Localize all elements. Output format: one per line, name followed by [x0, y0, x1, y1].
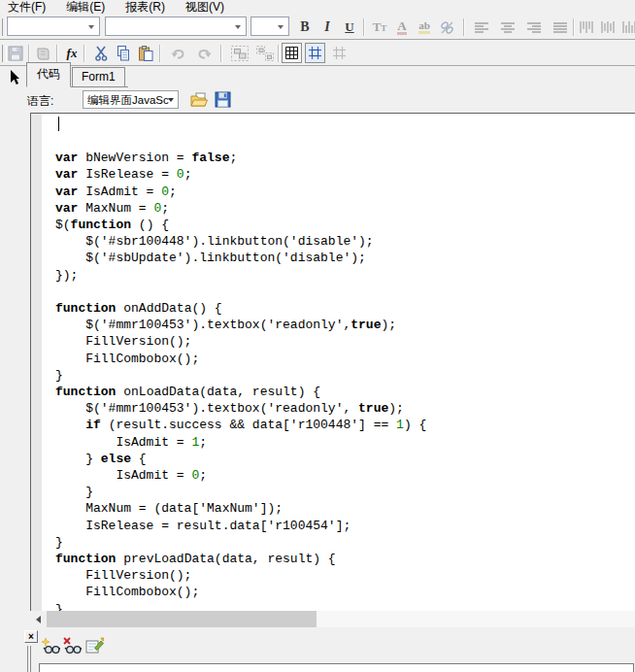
italic-button[interactable]: I: [317, 17, 338, 38]
font-style-combobox[interactable]: [105, 17, 247, 36]
paste-button[interactable]: [135, 43, 156, 64]
report-designer-window: 文件(F)编辑(E)报表(R)视图(V) B I U TT A ab: [0, 0, 635, 672]
save-file-button[interactable]: [212, 89, 233, 110]
pointer-tool-button[interactable]: [8, 69, 20, 88]
add-watch-icon: [42, 637, 60, 655]
chevron-down-icon: [88, 25, 94, 29]
distribute-middle-icon: [601, 20, 616, 34]
close-panel-button[interactable]: ×: [24, 630, 38, 643]
separator: [463, 18, 465, 36]
fx-icon: fx: [67, 46, 78, 61]
code-line: }: [55, 367, 426, 384]
grid-settings-button[interactable]: [329, 43, 350, 63]
cut-button[interactable]: [90, 43, 112, 64]
show-grid-button[interactable]: [282, 43, 302, 63]
text-caret: [58, 117, 59, 131]
code-line: var IsAdmit = 0;: [55, 184, 426, 200]
separator: [573, 18, 575, 36]
undo-button[interactable]: [167, 43, 188, 64]
clear-format-button[interactable]: [436, 17, 457, 38]
open-file-button[interactable]: [189, 89, 211, 110]
horizontal-scrollbar[interactable]: [30, 611, 635, 627]
group-button[interactable]: [229, 43, 251, 64]
scrollbar-thumb[interactable]: [47, 611, 317, 627]
menu-item-1[interactable]: 编辑(E): [66, 0, 105, 14]
add-watch-button[interactable]: [41, 636, 60, 655]
watch-list[interactable]: [39, 663, 634, 672]
unlink-icon: [440, 20, 454, 35]
distribute-top-button[interactable]: [577, 17, 596, 38]
align-right-button[interactable]: [523, 17, 545, 38]
distribute-middle-button[interactable]: [598, 17, 618, 38]
group-icon: [231, 46, 249, 61]
code-line: IsAdmit = 1;: [55, 434, 426, 451]
code-line: function onAddData() {: [55, 300, 426, 317]
function-button[interactable]: fx: [61, 43, 83, 64]
font-icon: TT: [373, 19, 387, 35]
separator: [220, 45, 222, 62]
bold-button[interactable]: B: [294, 17, 316, 38]
code-line: $('#mmr100453').textbox('readonly',true)…: [55, 317, 426, 333]
align-justify-icon: [552, 21, 568, 34]
delete-watch-button[interactable]: [62, 636, 82, 655]
menu-item-3[interactable]: 视图(V): [185, 0, 224, 14]
code-line: var IsRelease = 0;: [55, 166, 426, 183]
code-editor[interactable]: var bNewVersion = false;var IsRelease = …: [30, 113, 635, 611]
tab-0[interactable]: 代码: [26, 62, 71, 87]
grid-faded-icon: [333, 47, 346, 59]
edit-watch-button[interactable]: [84, 636, 104, 655]
font-color-icon: A: [397, 20, 406, 35]
font-dialog-button[interactable]: TT: [369, 17, 390, 38]
code-line: function prevLoadData(data, result) {: [55, 551, 426, 567]
highlight-button[interactable]: ab: [414, 17, 435, 38]
snap-to-grid-button[interactable]: [305, 43, 325, 63]
font-size-combobox[interactable]: [251, 17, 289, 36]
preview-button[interactable]: [33, 43, 54, 64]
book-icon: [36, 47, 51, 61]
align-right-icon: [526, 21, 542, 34]
tab-1[interactable]: Form1: [72, 67, 125, 86]
code-line: IsAdmit = 0;: [55, 467, 426, 484]
ungroup-button[interactable]: [254, 43, 276, 64]
separator: [363, 18, 365, 36]
redo-button[interactable]: [193, 43, 215, 64]
code-line: var MaxNum = 0;: [55, 200, 426, 217]
separator: [84, 45, 85, 62]
edit-watch-icon: [85, 637, 104, 654]
watch-panel: ×: [0, 627, 635, 672]
font-color-button[interactable]: A: [391, 17, 413, 38]
align-justify-button[interactable]: [550, 17, 571, 38]
font-family-combobox[interactable]: [7, 17, 100, 36]
save-icon: [8, 46, 23, 61]
code-line: } else {: [55, 451, 426, 467]
language-value: 编辑界面JavaSc: [87, 93, 169, 108]
save-button[interactable]: [5, 43, 26, 64]
align-left-icon: [474, 21, 489, 34]
code-line: $(function () {: [55, 217, 426, 233]
underline-icon: U: [345, 19, 353, 35]
code-line: }: [55, 534, 426, 551]
panel-splitter[interactable]: [27, 646, 31, 672]
code-line: $('#sbUpdate').linkbutton('disable');: [55, 250, 426, 266]
code-line: }: [55, 484, 426, 500]
menu-item-0[interactable]: 文件(F): [8, 0, 46, 14]
underline-button[interactable]: U: [339, 17, 360, 38]
distribute-bottom-button[interactable]: [619, 17, 635, 38]
editor-gutter: [31, 114, 42, 611]
code-line: FillVersion();: [55, 333, 426, 350]
align-center-button[interactable]: [497, 17, 518, 38]
scroll-left-button[interactable]: [30, 611, 47, 627]
scissors-icon: [94, 46, 109, 61]
open-folder-icon: [190, 92, 210, 108]
bold-icon: B: [300, 19, 309, 35]
menu-item-2[interactable]: 报表(R): [125, 0, 165, 14]
language-combobox[interactable]: 编辑界面JavaSc: [83, 90, 179, 109]
code-line: $('#sbr100448').linkbutton('disable');: [55, 233, 426, 250]
code-line: }: [55, 601, 426, 611]
copy-button[interactable]: [113, 43, 134, 64]
code-line: [55, 133, 426, 150]
paste-icon: [138, 46, 153, 61]
align-left-button[interactable]: [471, 17, 492, 38]
cursor-arrow-icon: [8, 69, 20, 85]
align-center-icon: [500, 21, 516, 34]
